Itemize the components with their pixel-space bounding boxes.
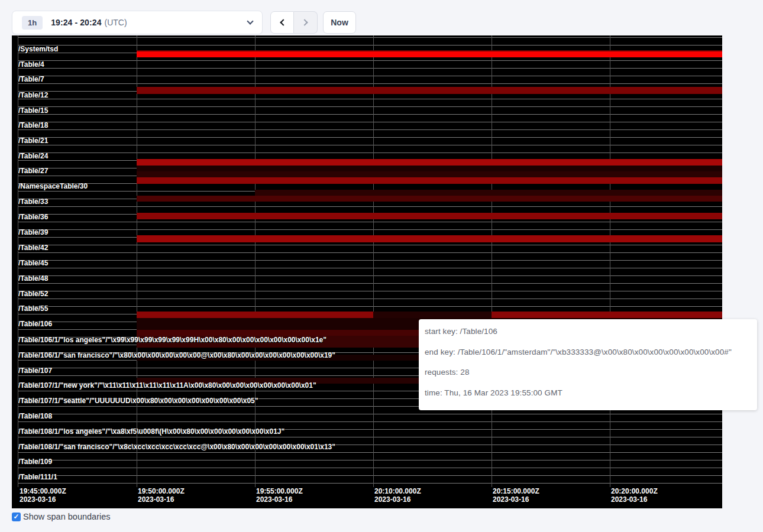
key-span-label: /Table/111/1 (18, 473, 57, 481)
axis-tick-label: 19:50:00.000Z2023-03-16 (138, 487, 185, 504)
axis-tick-time: 20:10:00.000Z (374, 487, 421, 495)
time-bucket-line (255, 35, 256, 487)
time-bucket-line (610, 35, 610, 487)
hot-range-band[interactable] (137, 196, 722, 202)
span-boundary-line (18, 460, 722, 460)
span-boundary-line (18, 145, 722, 145)
key-span-label: /Table/108/1/"los angeles"/"\xa8\xf5\u00… (18, 427, 284, 436)
span-boundary-line (18, 306, 722, 307)
key-span-label: /Table/107/1/"new york"/"\x11\x11\x11\x1… (18, 381, 316, 390)
key-span-label: /Table/108/1/"san francisco"/"\x8c\xcc\x… (18, 443, 335, 451)
time-range-selector[interactable]: 1h 19:24 - 20:24 (UTC) (12, 11, 263, 34)
axis-tick-time: 20:15:00.000Z (493, 487, 539, 495)
hot-range-band[interactable] (492, 312, 722, 318)
tooltip-time: time: Thu, 16 Mar 2023 19:55:00 GMT (425, 388, 751, 397)
span-boundary-line (18, 83, 722, 84)
span-boundary-line (18, 483, 722, 484)
span-boundary-line (18, 245, 722, 245)
span-boundary-line (18, 437, 722, 437)
next-time-window-button[interactable] (294, 11, 318, 34)
axis-tick-time: 19:45:00.000Z (20, 487, 66, 495)
axis-tick-label: 19:55:00.000Z2023-03-16 (256, 487, 303, 504)
axis-tick-date: 2023-03-16 (611, 495, 658, 504)
span-boundary-line (18, 252, 722, 253)
span-boundary-line (18, 206, 722, 207)
span-boundary-line (18, 475, 722, 476)
now-button[interactable]: Now (323, 11, 356, 34)
hot-range-band[interactable] (137, 235, 722, 242)
key-span-label: /Table/48 (18, 274, 48, 283)
time-toolbar: 1h 19:24 - 20:24 (UTC) Now (12, 11, 356, 34)
span-boundary-line (18, 45, 722, 46)
span-boundary-line (18, 291, 722, 291)
tooltip-end-key: end key: /Table/106/1/"amsterdam"/"\xb33… (425, 348, 751, 356)
span-boundary-line (18, 229, 722, 230)
timezone-label: (UTC) (105, 18, 127, 27)
span-boundary-line (18, 452, 722, 453)
hot-range-band[interactable] (137, 171, 722, 177)
chevron-right-icon (301, 19, 308, 25)
span-boundary-line (18, 260, 722, 261)
span-boundary-line (18, 299, 722, 299)
hot-range-band[interactable] (137, 166, 722, 171)
key-span-label: /Table/4 (18, 60, 44, 69)
axis-tick-date: 2023-03-16 (374, 495, 421, 504)
span-boundary-line (18, 129, 722, 130)
hot-range-band[interactable] (137, 87, 722, 94)
time-bucket-line (373, 35, 374, 487)
axis-tick-date: 2023-03-16 (256, 495, 303, 504)
span-boundary-line (18, 137, 722, 138)
axis-tick-label: 20:20:00.000Z2023-03-16 (611, 487, 658, 504)
key-span-label: /Table/21 (18, 137, 48, 145)
hot-range-band[interactable] (137, 312, 373, 318)
key-span-label: /Table/45 (18, 259, 48, 267)
show-span-boundaries-control: ✓ Show span boundaries (12, 512, 111, 521)
span-boundary-line (18, 468, 722, 468)
chevron-down-icon (247, 18, 253, 24)
duration-badge: 1h (22, 16, 43, 30)
hover-tooltip: start key: /Table/106 end key: /Table/10… (419, 319, 757, 410)
key-span-label: /Table/107/1/"seattle"/"UUUUUUD\x00\x80\… (18, 397, 258, 405)
axis-tick-label: 19:45:00.000Z2023-03-16 (20, 487, 66, 504)
axis-tick-label: 20:10:00.000Z2023-03-16 (374, 487, 421, 504)
span-boundary-line (18, 421, 722, 422)
key-span-label: /Table/36 (18, 213, 48, 221)
show-span-boundaries-checkbox[interactable]: ✓ (12, 512, 21, 521)
hot-range-band[interactable] (137, 159, 722, 166)
key-span-label: /Table/55 (18, 304, 48, 313)
tooltip-requests: requests: 28 (425, 368, 751, 377)
key-span-label: /Table/24 (18, 152, 48, 160)
hot-range-band[interactable] (137, 177, 722, 184)
axis-tick-time: 19:55:00.000Z (256, 487, 303, 495)
span-boundary-line (18, 76, 722, 76)
hot-range-band[interactable] (373, 312, 492, 318)
key-visualizer-canvas[interactable]: /System/tsd/Table/4/Table/7/Table/12/Tab… (12, 35, 722, 508)
chevron-left-icon (280, 19, 286, 25)
hot-range-band[interactable] (137, 51, 722, 57)
span-boundary-line (18, 414, 722, 414)
key-span-label: /Table/109 (18, 458, 52, 466)
axis-tick-date: 2023-03-16 (138, 495, 185, 504)
time-nav-button-group (270, 11, 318, 34)
key-span-label: /Table/33 (18, 197, 48, 206)
key-span-label: /System/tsd (18, 45, 58, 53)
key-span-label: /Table/42 (18, 244, 48, 252)
axis-tick-time: 20:20:00.000Z (611, 487, 658, 495)
hot-range-band[interactable] (137, 213, 722, 219)
span-boundary-line (18, 68, 722, 69)
span-boundary-line (18, 60, 722, 61)
key-span-label: /Table/52 (18, 290, 48, 298)
axis-tick-date: 2023-03-16 (20, 495, 66, 504)
axis-tick-time: 19:50:00.000Z (138, 487, 185, 495)
key-span-label: /Table/107 (18, 366, 52, 375)
key-span-label: /Table/39 (18, 228, 48, 236)
span-boundary-line (18, 283, 722, 284)
span-boundary-line (18, 37, 722, 38)
key-span-label: /Table/7 (18, 75, 44, 83)
previous-time-window-button[interactable] (270, 11, 294, 34)
time-bucket-line (492, 35, 492, 487)
key-span-label: /Table/18 (18, 121, 48, 129)
key-span-label: /Table/106/1/"los angeles"/"\x99\x99\x99… (18, 336, 326, 344)
hot-range-band[interactable] (255, 190, 722, 196)
span-boundary-line (18, 268, 722, 268)
